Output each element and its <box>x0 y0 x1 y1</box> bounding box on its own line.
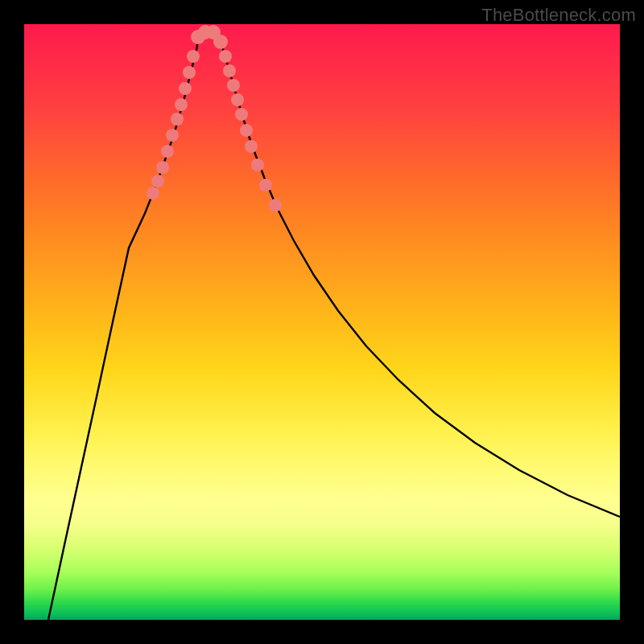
marker-dot <box>245 140 258 153</box>
marker-dot <box>161 145 174 158</box>
marker-dot <box>147 187 159 200</box>
marker-dot <box>219 50 232 63</box>
marker-dot <box>171 113 184 126</box>
chart-frame: TheBottleneck.com <box>0 0 644 644</box>
marker-dot <box>166 129 179 142</box>
marker-dot <box>251 159 264 171</box>
chart-svg <box>24 24 620 620</box>
marker-dot <box>259 179 272 192</box>
marker-dot <box>175 98 188 111</box>
marker-dot <box>156 161 169 174</box>
marker-dot <box>213 35 228 49</box>
marker-dot <box>235 108 248 121</box>
markers-group <box>147 25 282 212</box>
watermark: TheBottleneck.com <box>481 5 636 26</box>
curve-right <box>217 31 620 517</box>
marker-dot <box>187 50 200 63</box>
marker-dot <box>183 66 196 79</box>
marker-dot <box>151 175 164 188</box>
marker-dot <box>227 79 240 92</box>
marker-dot <box>231 93 244 106</box>
marker-dot <box>240 124 253 137</box>
marker-dot <box>223 64 236 77</box>
marker-dot <box>269 199 282 212</box>
marker-dot <box>179 82 192 95</box>
